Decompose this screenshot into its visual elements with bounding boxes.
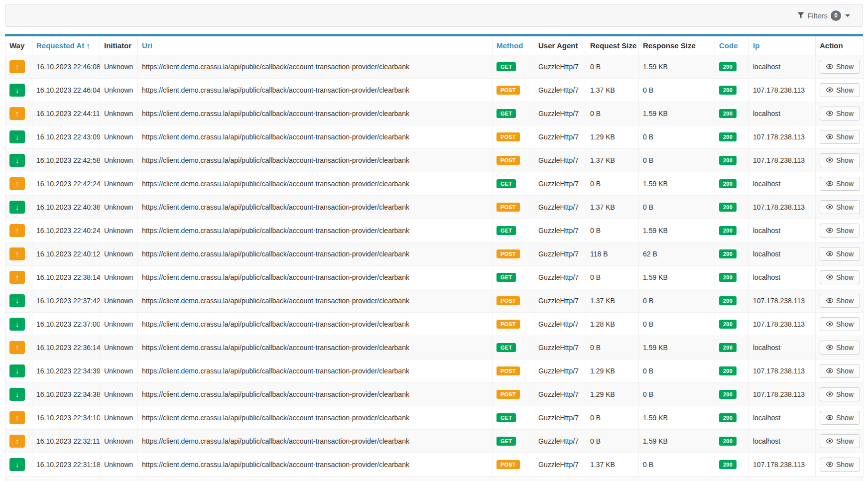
show-button[interactable]: Show <box>820 200 860 214</box>
table-row: ↑ 16.10.2023 22:34:10 Unknown https://cl… <box>5 406 864 429</box>
filters-button[interactable]: Filters 0 <box>797 10 850 21</box>
method-badge: POST <box>496 460 520 469</box>
uri-cell: https://client.demo.crassu.la/api/public… <box>138 195 493 219</box>
show-button[interactable]: Show <box>820 224 860 238</box>
table-row: ↑ 16.10.2023 22:44:11 Unknown https://cl… <box>5 102 864 125</box>
show-button-label: Show <box>836 227 854 235</box>
way-cell: ↓ <box>5 195 32 219</box>
action-cell: Show <box>816 265 864 289</box>
ip-cell: localhost <box>749 336 816 359</box>
user-agent-cell: GuzzleHttp/7 <box>534 55 586 78</box>
ip-cell: localhost <box>749 219 816 242</box>
table-row: ↑ 16.10.2023 22:36:14 Unknown https://cl… <box>5 336 864 359</box>
show-button[interactable]: Show <box>820 387 860 401</box>
way-cell: ↓ <box>5 453 32 476</box>
method-cell: GET <box>493 265 534 289</box>
show-button[interactable]: Show <box>820 458 860 472</box>
way-cell: ↑ <box>5 336 32 359</box>
show-button[interactable]: Show <box>820 177 860 191</box>
requested-at-cell: 16.10.2023 22:31:18 <box>32 453 100 476</box>
column-header-uri[interactable]: Uri <box>138 36 493 55</box>
eye-icon <box>826 391 833 397</box>
user-agent-cell: GuzzleHttp/7 <box>534 359 586 382</box>
show-button[interactable]: Show <box>820 60 860 74</box>
show-button[interactable]: Show <box>820 411 860 425</box>
response-size-cell: 1.59 KB <box>639 55 715 78</box>
table-row: ↑ 16.10.2023 22:42:24 Unknown https://cl… <box>5 172 864 195</box>
initiator-cell: Unknown <box>100 429 138 453</box>
uri-cell: https://client.demo.crassu.la/api/public… <box>138 125 493 148</box>
method-cell: POST <box>493 195 534 219</box>
user-agent-cell: GuzzleHttp/7 <box>534 195 586 219</box>
requested-at-cell: 16.10.2023 22:44:11 <box>32 102 100 125</box>
ip-cell: localhost <box>749 55 816 78</box>
column-header-method[interactable]: Method <box>493 36 534 55</box>
requested-at-cell: 16.10.2023 22:43:09 <box>32 125 100 148</box>
column-header-action: Action <box>816 36 864 55</box>
status-code-badge: 200 <box>719 460 737 469</box>
request-size-cell: 1.37 KB <box>586 148 639 172</box>
show-button[interactable]: Show <box>820 83 860 97</box>
table-row: ↑ 16.10.2023 22:32:11 Unknown https://cl… <box>5 429 864 453</box>
code-cell: 200 <box>715 55 749 78</box>
user-agent-cell: GuzzleHttp/7 <box>534 219 586 242</box>
way-arrow-icon: ↑ <box>9 107 25 120</box>
code-cell: 200 <box>715 453 749 476</box>
show-button[interactable]: Show <box>820 107 860 120</box>
show-button[interactable]: Show <box>820 247 860 261</box>
ip-cell: 107.178.238.113 <box>749 195 816 219</box>
ip-cell: localhost <box>749 172 816 195</box>
way-arrow-icon: ↓ <box>9 130 25 143</box>
show-button[interactable]: Show <box>820 153 860 167</box>
column-header-requested-at[interactable]: Requested At↑ <box>32 36 100 55</box>
show-button[interactable]: Show <box>820 317 860 331</box>
action-cell: Show <box>816 195 864 219</box>
initiator-cell: Unknown <box>100 289 138 312</box>
code-cell: 200 <box>715 359 749 382</box>
action-cell: Show <box>816 289 864 312</box>
table-row: ↓ 16.10.2023 22:40:38 Unknown https://cl… <box>5 195 864 219</box>
method-badge: GET <box>496 109 516 118</box>
show-button[interactable]: Show <box>820 270 860 284</box>
initiator-cell: Unknown <box>100 172 138 195</box>
request-size-cell: 0 B <box>586 336 639 359</box>
uri-cell: https://client.demo.crassu.la/api/public… <box>138 406 493 429</box>
caret-down-icon <box>845 14 850 17</box>
method-badge: GET <box>496 343 516 352</box>
filter-bar: Filters 0 <box>5 4 863 27</box>
column-header-ip[interactable]: Ip <box>749 36 816 55</box>
method-badge: POST <box>496 320 520 329</box>
show-button[interactable]: Show <box>820 130 860 144</box>
request-size-cell: 0 B <box>586 429 639 453</box>
ip-cell: localhost <box>749 265 816 289</box>
response-size-cell: 0 B <box>639 125 715 148</box>
uri-cell: https://client.demo.crassu.la/api/public… <box>138 102 493 125</box>
way-cell: ↓ <box>5 359 32 382</box>
way-cell: ↑ <box>5 406 32 429</box>
request-size-cell: 1.37 KB <box>586 78 639 102</box>
request-size-cell: 1.37 KB <box>586 195 639 219</box>
initiator-cell: Unknown <box>100 453 138 476</box>
show-button[interactable]: Show <box>820 341 860 355</box>
requests-table-panel: WayRequested At↑InitiatorUriMethodUser A… <box>5 34 863 481</box>
way-cell: ↓ <box>5 78 32 102</box>
request-size-cell: 0 B <box>586 265 639 289</box>
eye-icon <box>826 87 833 93</box>
ip-cell: localhost <box>749 406 816 429</box>
page: Filters 0 WayRequested At↑InitiatorUriMe… <box>0 0 868 481</box>
show-button[interactable]: Show <box>820 294 860 308</box>
table-row: ↓ 16.10.2023 22:37:42 Unknown https://cl… <box>5 289 864 312</box>
way-cell: ↑ <box>5 429 32 453</box>
code-cell: 200 <box>715 148 749 172</box>
method-cell: GET <box>493 219 534 242</box>
show-button[interactable]: Show <box>820 434 860 448</box>
uri-cell: https://client.demo.crassu.la/api/public… <box>138 336 493 359</box>
request-size-cell: 1.28 KB <box>586 312 639 336</box>
column-header-code[interactable]: Code <box>715 36 749 55</box>
method-badge: POST <box>496 86 520 95</box>
uri-cell: https://client.demo.crassu.la/api/public… <box>138 453 493 476</box>
method-cell: GET <box>493 429 534 453</box>
show-button-label: Show <box>836 414 854 422</box>
show-button[interactable]: Show <box>820 364 860 378</box>
user-agent-cell: GuzzleHttp/7 <box>534 289 586 312</box>
